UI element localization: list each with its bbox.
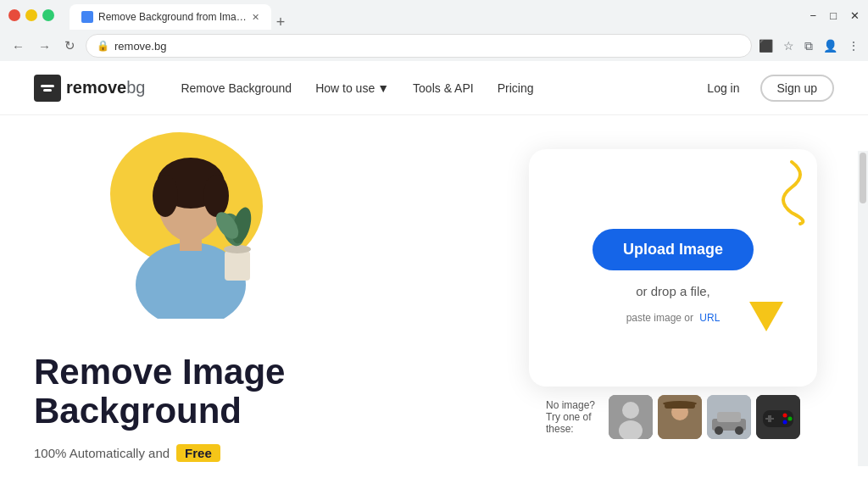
new-tab-button[interactable]: + xyxy=(276,14,286,30)
hero-subtitle: 100% Automatically and Free xyxy=(34,444,512,462)
svg-point-23 xyxy=(715,426,723,435)
tab-close-button[interactable]: ✕ xyxy=(252,12,259,23)
drop-text: or drop a file, xyxy=(636,284,710,298)
svg-point-31 xyxy=(783,420,787,425)
nav-how-to-use[interactable]: How to use ▼ xyxy=(307,76,398,100)
thumb-person-svg xyxy=(609,395,653,439)
sample-label: No image? Try one of these: xyxy=(546,399,598,435)
maximize-window-button[interactable] xyxy=(42,9,54,21)
svg-rect-22 xyxy=(717,412,741,422)
forward-button[interactable]: → xyxy=(35,37,54,55)
close-window-button[interactable] xyxy=(8,9,20,21)
window-minimize-btn[interactable]: − xyxy=(810,9,817,22)
hero-text: Remove Image Background 100% Automatical… xyxy=(34,353,512,462)
title-bar: Remove Background from Ima… ✕ + − □ ✕ xyxy=(0,0,868,31)
active-tab[interactable]: Remove Background from Ima… ✕ xyxy=(70,4,271,30)
profile-icon[interactable]: 👤 xyxy=(823,39,837,53)
tab-bar: Remove Background from Ima… ✕ + xyxy=(61,1,293,30)
triangle-decoration xyxy=(749,302,783,331)
chevron-down-icon: ▼ xyxy=(377,81,389,95)
browser-chrome: Remove Background from Ima… ✕ + − □ ✕ ← … xyxy=(0,0,868,61)
svg-point-9 xyxy=(224,245,251,253)
hero-title: Remove Image Background xyxy=(34,353,512,431)
nav-how-to-use-label: How to use xyxy=(315,81,375,95)
back-button[interactable]: ← xyxy=(8,37,28,55)
address-bar: ← → ↻ 🔒 remove.bg ⬛ ☆ ⧉ 👤 ⋮ xyxy=(0,31,868,61)
sample-thumb-car[interactable] xyxy=(707,395,751,439)
no-image-label: No image? xyxy=(546,399,598,411)
logo-svg xyxy=(39,80,56,97)
squiggle-decoration xyxy=(766,158,817,225)
scrollbar[interactable] xyxy=(858,151,868,466)
extensions-icon[interactable]: ⧉ xyxy=(804,39,813,53)
window-controls xyxy=(8,9,54,21)
url-hint: paste image or URL xyxy=(626,312,721,324)
person-svg xyxy=(102,124,280,319)
url-bar[interactable]: 🔒 remove.bg xyxy=(86,34,752,58)
page-content: removebg Remove Background How to use ▼ … xyxy=(0,61,868,466)
nav-actions: Log in Sign up xyxy=(697,75,834,102)
logo-light: bg xyxy=(126,78,145,97)
logo-bold: remove xyxy=(66,78,126,97)
thumb-gamepad-svg xyxy=(756,395,800,439)
login-button[interactable]: Log in xyxy=(697,76,749,100)
upload-image-button[interactable]: Upload Image xyxy=(593,229,754,270)
subtitle-text: 100% Automatically and xyxy=(34,446,170,460)
lock-icon: 🔒 xyxy=(97,40,109,52)
tab-favicon xyxy=(81,11,93,23)
hero-image-area xyxy=(59,124,297,327)
tab-title: Remove Background from Ima… xyxy=(98,11,247,23)
logo-icon xyxy=(34,75,61,102)
free-badge: Free xyxy=(176,444,220,462)
sample-thumb-cowboy[interactable] xyxy=(658,395,702,439)
hero-title-line1: Remove Image xyxy=(34,352,285,392)
svg-point-24 xyxy=(735,426,743,435)
svg-point-30 xyxy=(788,417,793,421)
nav-remove-background[interactable]: Remove Background xyxy=(172,76,300,100)
hero-title-line2: Background xyxy=(34,391,242,431)
url-hint-prefix: paste image or xyxy=(626,312,693,324)
url-text: remove.bg xyxy=(114,40,166,53)
person-image xyxy=(102,124,280,319)
svg-rect-8 xyxy=(225,251,250,281)
thumb-cowboy-svg xyxy=(658,395,702,439)
navbar: removebg Remove Background How to use ▼ … xyxy=(0,61,868,115)
sample-images xyxy=(609,395,800,439)
svg-point-6 xyxy=(203,175,229,217)
svg-rect-7 xyxy=(180,234,202,251)
svg-point-5 xyxy=(153,175,178,217)
bookmark-icon[interactable]: ☆ xyxy=(783,39,794,53)
svg-point-14 xyxy=(622,402,639,419)
nav-tools-api[interactable]: Tools & API xyxy=(404,76,482,100)
url-hint-link[interactable]: URL xyxy=(699,312,720,324)
hero-left: Remove Image Background 100% Automatical… xyxy=(34,132,512,466)
svg-rect-28 xyxy=(765,418,774,420)
hero-right: Upload Image or drop a file, paste image… xyxy=(512,132,834,466)
window-maximize-btn[interactable]: □ xyxy=(830,9,837,22)
signup-button[interactable]: Sign up xyxy=(760,75,834,102)
svg-point-29 xyxy=(783,414,787,418)
svg-rect-0 xyxy=(41,85,54,87)
logo[interactable]: removebg xyxy=(34,75,145,102)
reload-button[interactable]: ↻ xyxy=(61,36,79,55)
menu-icon[interactable]: ⋮ xyxy=(848,39,860,53)
svg-rect-1 xyxy=(43,89,52,92)
window-controls-right: − □ ✕ xyxy=(810,9,860,22)
try-label: Try one of these: xyxy=(546,411,598,435)
nav-pricing[interactable]: Pricing xyxy=(489,76,542,100)
logo-text: removebg xyxy=(66,78,145,97)
minimize-window-button[interactable] xyxy=(25,9,37,21)
thumb-car-svg xyxy=(707,395,751,439)
sample-thumb-person[interactable] xyxy=(609,395,653,439)
scrollbar-thumb[interactable] xyxy=(860,153,866,203)
hero-section: Remove Image Background 100% Automatical… xyxy=(0,115,868,466)
window-close-btn[interactable]: ✕ xyxy=(850,9,860,22)
svg-point-19 xyxy=(663,401,697,406)
cast-icon[interactable]: ⬛ xyxy=(759,39,773,53)
sample-area: No image? Try one of these: xyxy=(512,395,834,439)
sample-thumb-gamepad[interactable] xyxy=(756,395,800,439)
nav-links: Remove Background How to use ▼ Tools & A… xyxy=(172,76,542,100)
address-bar-actions: ⬛ ☆ ⧉ 👤 ⋮ xyxy=(759,39,860,53)
